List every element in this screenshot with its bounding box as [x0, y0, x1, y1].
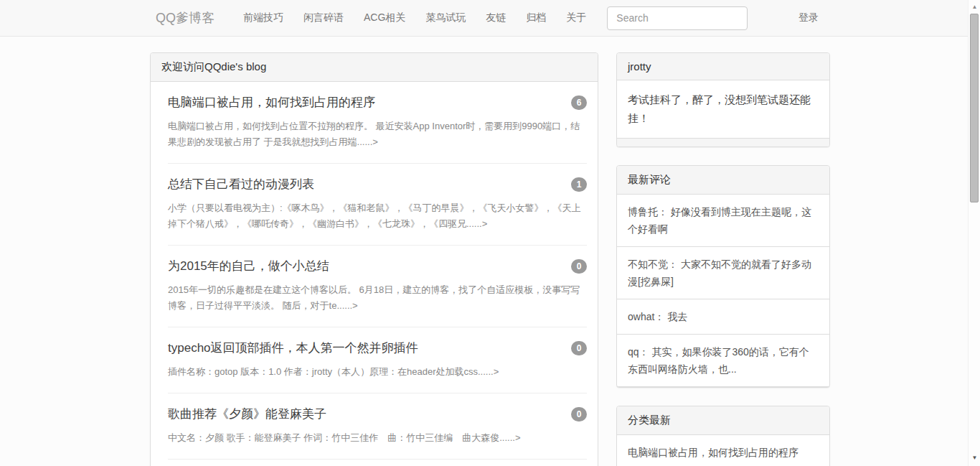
sidebar: jrotty 考试挂科了，醉了，没想到笔试题还能挂！ 最新评论 博鲁托： 好像没…: [616, 52, 830, 466]
profile-panel: jrotty 考试挂科了，醉了，没想到笔试题还能挂！: [616, 52, 830, 147]
nav-item[interactable]: 友链: [476, 11, 516, 24]
welcome-panel: 欢迎访问QQdie's blog 电脑端口被占用，如何找到占用的程序 6 电脑端…: [150, 52, 598, 466]
comment-count-badge[interactable]: 1: [571, 177, 587, 192]
post-item: 歌曲推荐《夕颜》能登麻美子 0 中文名：夕颜 歌手：能登麻美子 作词：竹中三佳作…: [168, 393, 587, 460]
post-head: 为2015年的自己，做个小总结 0: [168, 258, 587, 274]
category-latest-panel: 分类最新 电脑端口被占用，如何找到占用的程序 为2015年的自己，做个小总结: [616, 406, 830, 466]
navbar-inner: QQ爹博客 前端技巧 闲言碎语 ACG相关 菜鸟试玩 友链 归档 关于 登录: [150, 0, 830, 36]
category-latest-list: 电脑端口被占用，如何找到占用的程序 为2015年的自己，做个小总结: [617, 435, 829, 466]
nav-item[interactable]: 菜鸟试玩: [415, 11, 476, 24]
comment-count-badge[interactable]: 0: [571, 407, 587, 421]
profile-panel-footer: [617, 138, 829, 146]
nav-item[interactable]: 关于: [556, 11, 596, 24]
category-latest-heading: 分类最新: [617, 406, 829, 435]
comment-count-badge[interactable]: 0: [571, 259, 587, 274]
post-item: 电脑端口被占用，如何找到占用的程序 6 电脑端口被占用，如何找到占位置不拉翔的程…: [168, 82, 587, 164]
post-excerpt: 插件名称：gotop 版本：1.0 作者：jrotty（本人）原理：在heade…: [168, 364, 587, 380]
welcome-panel-heading: 欢迎访问QQdie's blog: [151, 53, 598, 82]
profile-panel-heading: jrotty: [617, 53, 829, 80]
nav-item[interactable]: 闲言碎语: [293, 11, 354, 24]
top-navbar: QQ爹博客 前端技巧 闲言碎语 ACG相关 菜鸟试玩 友链 归档 关于 登录: [0, 0, 980, 37]
login-link[interactable]: 登录: [798, 11, 819, 24]
post-head: 歌曲推荐《夕颜》能登麻美子 0: [168, 406, 587, 422]
comment-item[interactable]: owhat： 我去: [617, 299, 829, 335]
post-excerpt: 小学（只要以看电视为主）:《啄木鸟》，《猫和老鼠》，《马丁的早晨》，《飞天小女警…: [168, 200, 587, 232]
post-item: typecho返回顶部插件，本人第一个然并卵插件 0 插件名称：gotop 版本…: [168, 327, 587, 393]
post-item: 为2015年的自己，做个小总结 0 2015年一切的乐趣都是在建立这个博客以后。…: [168, 246, 587, 327]
post-head: typecho返回顶部插件，本人第一个然并卵插件 0: [168, 340, 587, 356]
comment-count-badge[interactable]: 6: [571, 95, 587, 110]
post-excerpt: 中文名：夕颜 歌手：能登麻美子 作词：竹中三佳作 曲：竹中三佳编 曲大森俊...…: [168, 430, 587, 446]
comment-item[interactable]: 博鲁托： 好像没看到博主现在主题呢，这个好看啊: [617, 195, 829, 247]
category-post-item[interactable]: 电脑端口被占用，如何找到占用的程序: [617, 435, 829, 466]
scrollbar-up-arrow-icon[interactable]: ▲: [969, 4, 980, 11]
scrollbar-down-arrow-icon[interactable]: ▼: [969, 455, 980, 462]
post-excerpt: 2015年一切的乐趣都是在建立这个博客以后。 6月18日，建立的博客，找了个自适…: [168, 282, 587, 314]
scrollbar-thumb[interactable]: [970, 14, 979, 202]
search-input[interactable]: [607, 6, 748, 30]
comment-count-badge[interactable]: 0: [571, 341, 587, 355]
comment-item[interactable]: qq： 其实，如果你装了360的话，它有个东西叫网络防火墙，也...: [617, 335, 829, 387]
profile-status-text: 考试挂科了，醉了，没想到笔试题还能挂！: [617, 80, 829, 138]
comment-item[interactable]: 不知不觉： 大家不知不觉的就看了好多动漫[挖鼻屎]: [617, 247, 829, 299]
latest-comments-heading: 最新评论: [617, 166, 829, 195]
latest-comments-panel: 最新评论 博鲁托： 好像没看到博主现在主题呢，这个好看啊 不知不觉： 大家不知不…: [616, 165, 830, 388]
main-column: 欢迎访问QQdie's blog 电脑端口被占用，如何找到占用的程序 6 电脑端…: [150, 52, 598, 466]
post-title[interactable]: 电脑端口被占用，如何找到占用的程序: [168, 95, 375, 111]
post-list: 电脑端口被占用，如何找到占用的程序 6 电脑端口被占用，如何找到占位置不拉翔的程…: [151, 82, 598, 466]
post-title[interactable]: typecho返回顶部插件，本人第一个然并卵插件: [168, 340, 418, 356]
post-head: 电脑端口被占用，如何找到占用的程序 6: [168, 95, 587, 111]
latest-comments-list: 博鲁托： 好像没看到博主现在主题呢，这个好看啊 不知不觉： 大家不知不觉的就看了…: [617, 195, 829, 387]
nav-item[interactable]: ACG相关: [354, 11, 415, 24]
site-brand[interactable]: QQ爹博客: [150, 9, 223, 27]
post-head: 总结下自己看过的动漫列表 1: [168, 177, 587, 192]
post-title[interactable]: 歌曲推荐《夕颜》能登麻美子: [168, 406, 326, 422]
post-title[interactable]: 总结下自己看过的动漫列表: [168, 177, 314, 192]
post-excerpt: 电脑端口被占用，如何找到占位置不拉翔的程序。 最近安装App Inventor时…: [168, 118, 587, 150]
page-container: 欢迎访问QQdie's blog 电脑端口被占用，如何找到占用的程序 6 电脑端…: [150, 52, 830, 466]
post-item: 西野カナ《missing you》 0 《missing you》作词：Kana…: [168, 460, 587, 466]
vertical-scrollbar[interactable]: ▲ ▼: [968, 0, 980, 466]
nav-item[interactable]: 归档: [516, 11, 556, 24]
post-title[interactable]: 为2015年的自己，做个小总结: [168, 258, 329, 274]
nav-item[interactable]: 前端技巧: [233, 11, 293, 24]
post-item: 总结下自己看过的动漫列表 1 小学（只要以看电视为主）:《啄木鸟》，《猫和老鼠》…: [168, 164, 587, 246]
nav-links: 前端技巧 闲言碎语 ACG相关 菜鸟试玩 友链 归档 关于: [233, 11, 596, 24]
